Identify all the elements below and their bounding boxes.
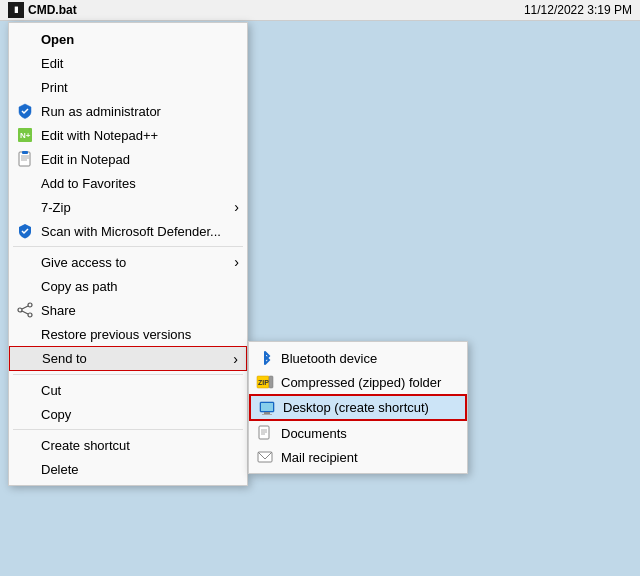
submenu-item-label: Desktop (create shortcut) [283, 400, 429, 415]
menu-item-label: Give access to [41, 255, 126, 270]
zip-icon: ZIP [255, 372, 275, 392]
menu-item-edit[interactable]: Edit [9, 51, 247, 75]
menu-item-label: Edit in Notepad [41, 152, 130, 167]
menu-item-label: Restore previous versions [41, 327, 191, 342]
menu-separator [13, 429, 243, 430]
submenu-item-label: Documents [281, 426, 347, 441]
menu-item-label: Print [41, 80, 68, 95]
submenu-item-compressed[interactable]: ZIPCompressed (zipped) folder [249, 370, 467, 394]
notepad-icon [15, 149, 35, 169]
submenu-item-documents[interactable]: Documents [249, 421, 467, 445]
menu-item-label: Send to [42, 351, 87, 366]
submenu-item-desktop-shortcut[interactable]: Desktop (create shortcut) [249, 394, 467, 421]
menu-item-label: Copy [41, 407, 71, 422]
defender-icon [15, 221, 35, 241]
notepadpp-icon: N+ [15, 125, 35, 145]
documents-icon [255, 423, 275, 443]
svg-rect-2 [19, 152, 30, 166]
svg-rect-6 [22, 151, 28, 154]
menu-item-copy-as-path[interactable]: Copy as path [9, 274, 247, 298]
menu-item-delete[interactable]: Delete [9, 457, 247, 481]
svg-text:N+: N+ [20, 131, 31, 140]
menu-separator [13, 246, 243, 247]
context-menu: OpenEditPrintRun as administratorN+Edit … [8, 22, 248, 486]
window-title-text: CMD.bat [28, 3, 77, 17]
svg-rect-16 [264, 412, 270, 414]
svg-text:ZIP: ZIP [258, 379, 269, 386]
window-title: ▮ CMD.bat [8, 2, 77, 18]
menu-item-copy[interactable]: Copy [9, 402, 247, 426]
svg-line-11 [22, 311, 28, 314]
svg-point-8 [18, 308, 22, 312]
menu-item-label: Open [41, 32, 74, 47]
submenu-item-bluetooth[interactable]: Bluetooth device [249, 346, 467, 370]
menu-item-send-to[interactable]: Send to [9, 346, 247, 371]
menu-item-label: 7-Zip [41, 200, 71, 215]
submenu-item-label: Mail recipient [281, 450, 358, 465]
svg-rect-13 [269, 376, 273, 388]
menu-item-label: Delete [41, 462, 79, 477]
menu-item-label: Cut [41, 383, 61, 398]
menu-item-edit-notepad[interactable]: Edit in Notepad [9, 147, 247, 171]
menu-separator [13, 374, 243, 375]
bluetooth-icon [255, 348, 275, 368]
svg-line-10 [22, 306, 28, 309]
svg-point-9 [28, 313, 32, 317]
submenu: Bluetooth deviceZIPCompressed (zipped) f… [248, 341, 468, 474]
menu-item-open[interactable]: Open [9, 27, 247, 51]
menu-item-label: Edit with Notepad++ [41, 128, 158, 143]
menu-item-print[interactable]: Print [9, 75, 247, 99]
menu-item-label: Share [41, 303, 76, 318]
menu-item-label: Scan with Microsoft Defender... [41, 224, 221, 239]
svg-rect-17 [262, 414, 272, 415]
svg-rect-18 [261, 403, 273, 411]
submenu-item-mail[interactable]: Mail recipient [249, 445, 467, 469]
submenu-item-label: Bluetooth device [281, 351, 377, 366]
cmd-icon: ▮ [8, 2, 24, 18]
menu-item-create-shortcut[interactable]: Create shortcut [9, 433, 247, 457]
shield-icon [15, 101, 35, 121]
desktop-icon [257, 398, 277, 418]
menu-item-give-access[interactable]: Give access to [9, 250, 247, 274]
menu-item-label: Create shortcut [41, 438, 130, 453]
menu-item-restore-prev[interactable]: Restore previous versions [9, 322, 247, 346]
menu-item-add-favorites[interactable]: Add to Favorites [9, 171, 247, 195]
menu-item-label: Copy as path [41, 279, 118, 294]
submenu-item-label: Compressed (zipped) folder [281, 375, 441, 390]
menu-item-edit-notepadpp[interactable]: N+Edit with Notepad++ [9, 123, 247, 147]
menu-item-run-as-admin[interactable]: Run as administrator [9, 99, 247, 123]
share-icon [15, 300, 35, 320]
svg-point-7 [28, 303, 32, 307]
menu-item-label: Add to Favorites [41, 176, 136, 191]
title-bar: ▮ CMD.bat 11/12/2022 3:19 PM [0, 0, 640, 21]
menu-item-cut[interactable]: Cut [9, 378, 247, 402]
menu-item-7zip[interactable]: 7-Zip [9, 195, 247, 219]
mail-icon [255, 447, 275, 467]
menu-item-label: Run as administrator [41, 104, 161, 119]
menu-item-label: Edit [41, 56, 63, 71]
datetime-display: 11/12/2022 3:19 PM [524, 3, 632, 17]
menu-item-share[interactable]: Share [9, 298, 247, 322]
menu-item-scan-defender[interactable]: Scan with Microsoft Defender... [9, 219, 247, 243]
